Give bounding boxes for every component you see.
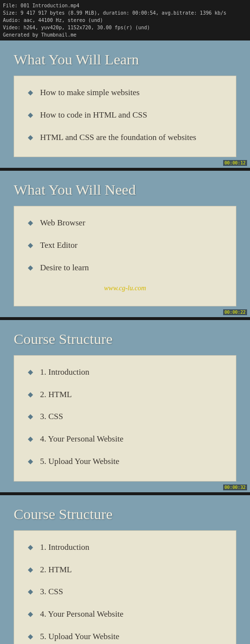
slide4-title: Course Structure bbox=[14, 506, 236, 523]
slide1-bullet-3: ◆ HTML and CSS are the foundation of web… bbox=[28, 132, 222, 143]
slide3-bullet-2-text: 2. HTML bbox=[40, 389, 72, 401]
slide4-bullet-5: ◆ 5. Upload Your Website bbox=[28, 631, 222, 643]
slide4-bullet-1-text: 1. Introduction bbox=[40, 542, 89, 553]
slide3-bullet-4: ◆ 4. Your Personal Website bbox=[28, 433, 222, 445]
slide2-bullet-2: ◆ Text Editor bbox=[28, 240, 222, 251]
diamond-icon-15: ◆ bbox=[28, 609, 33, 619]
slide1-bullet-3-text: HTML and CSS are the foundation of websi… bbox=[40, 132, 196, 143]
file-info-line1: File: 001 Introduction.mp4 bbox=[3, 2, 247, 9]
slide3-timestamp: 00:00:32 bbox=[223, 484, 247, 490]
slide-course-structure-2: Course Structure ◆ 1. Introduction ◆ 2. … bbox=[0, 495, 250, 644]
watermark: www.cg-lu.com bbox=[28, 284, 222, 292]
diamond-icon-13: ◆ bbox=[28, 565, 33, 575]
slide4-bullet-4-text: 4. Your Personal Website bbox=[40, 608, 124, 620]
slide1-bullet-2: ◆ How to code in HTML and CSS bbox=[28, 109, 222, 121]
slide4-bullet-4: ◆ 4. Your Personal Website bbox=[28, 608, 222, 620]
slide4-bullet-3-text: 3. CSS bbox=[40, 586, 63, 598]
slide3-bullet-5-text: 5. Upload Your Website bbox=[40, 456, 119, 467]
diamond-icon-6: ◆ bbox=[28, 263, 33, 273]
slide4-bullet-2: ◆ 2. HTML bbox=[28, 564, 222, 576]
slide2-bullet-1-text: Web Browser bbox=[40, 217, 85, 229]
slide4-bullet-2-text: 2. HTML bbox=[40, 564, 72, 576]
file-info-line5: Generated by Thumbnail.me bbox=[3, 31, 247, 39]
slide2-bullet-3-text: Desire to learn bbox=[40, 262, 89, 274]
diamond-icon-8: ◆ bbox=[28, 390, 33, 400]
slide3-bullet-2: ◆ 2. HTML bbox=[28, 389, 222, 401]
slide2-bullet-2-text: Text Editor bbox=[40, 240, 78, 251]
diamond-icon-1: ◆ bbox=[28, 88, 33, 98]
slide1-title: What You Will Learn bbox=[14, 51, 236, 68]
slide4-content: ◆ 1. Introduction ◆ 2. HTML ◆ 3. CSS ◆ 4… bbox=[14, 530, 236, 644]
diamond-icon-3: ◆ bbox=[28, 133, 33, 142]
slide-what-you-will-learn: What You Will Learn ◆ How to make simple… bbox=[0, 40, 250, 168]
slide3-bullet-3: ◆ 3. CSS bbox=[28, 411, 222, 423]
file-info-line2: Size: 9 417 917 bytes (8.99 MiB), durati… bbox=[3, 9, 247, 17]
slide1-timestamp: 00:00:12 bbox=[223, 160, 247, 166]
slide3-bullet-3-text: 3. CSS bbox=[40, 411, 63, 423]
slide3-bullet-1: ◆ 1. Introduction bbox=[28, 366, 222, 378]
slide2-bullet-3: ◆ Desire to learn bbox=[28, 262, 222, 274]
diamond-icon-4: ◆ bbox=[28, 218, 33, 228]
slide2-timestamp: 00:00:22 bbox=[223, 309, 247, 315]
diamond-icon-5: ◆ bbox=[28, 241, 33, 250]
file-info: File: 001 Introduction.mp4 Size: 9 417 9… bbox=[0, 0, 250, 40]
slide2-bullet-1: ◆ Web Browser bbox=[28, 217, 222, 229]
slide-what-you-will-need: What You Will Need ◆ Web Browser ◆ Text … bbox=[0, 171, 250, 317]
diamond-icon-9: ◆ bbox=[28, 412, 33, 422]
file-info-line3: Audio: aac, 44100 Hz, stereo (und) bbox=[3, 17, 247, 24]
slide3-bullet-1-text: 1. Introduction bbox=[40, 366, 89, 378]
slide1-bullet-1: ◆ How to make simple websites bbox=[28, 87, 222, 99]
diamond-icon-14: ◆ bbox=[28, 587, 33, 597]
file-info-line4: Video: h264, yuv420p, 1152x720, 30.00 fp… bbox=[3, 24, 247, 31]
slide3-content: ◆ 1. Introduction ◆ 2. HTML ◆ 3. CSS ◆ 4… bbox=[14, 355, 236, 482]
slide4-bullet-3: ◆ 3. CSS bbox=[28, 586, 222, 598]
slide3-title: Course Structure bbox=[14, 331, 236, 347]
diamond-icon-10: ◆ bbox=[28, 434, 33, 444]
slide1-bullet-2-text: How to code in HTML and CSS bbox=[40, 109, 147, 121]
slide3-bullet-4-text: 4. Your Personal Website bbox=[40, 433, 124, 445]
slide2-content: ◆ Web Browser ◆ Text Editor ◆ Desire to … bbox=[14, 206, 236, 306]
slide4-bullet-5-text: 5. Upload Your Website bbox=[40, 631, 119, 643]
slide-course-structure-1: Course Structure ◆ 1. Introduction ◆ 2. … bbox=[0, 320, 250, 492]
diamond-icon-7: ◆ bbox=[28, 367, 33, 377]
slide1-bullet-1-text: How to make simple websites bbox=[40, 87, 140, 99]
diamond-icon-16: ◆ bbox=[28, 632, 33, 642]
slide2-title: What You Will Need bbox=[14, 181, 236, 198]
slide1-content: ◆ How to make simple websites ◆ How to c… bbox=[14, 76, 236, 157]
diamond-icon-11: ◆ bbox=[28, 457, 33, 466]
diamond-icon-12: ◆ bbox=[28, 543, 33, 552]
slide3-bullet-5: ◆ 5. Upload Your Website bbox=[28, 456, 222, 467]
diamond-icon-2: ◆ bbox=[28, 110, 33, 120]
slide4-bullet-1: ◆ 1. Introduction bbox=[28, 542, 222, 553]
